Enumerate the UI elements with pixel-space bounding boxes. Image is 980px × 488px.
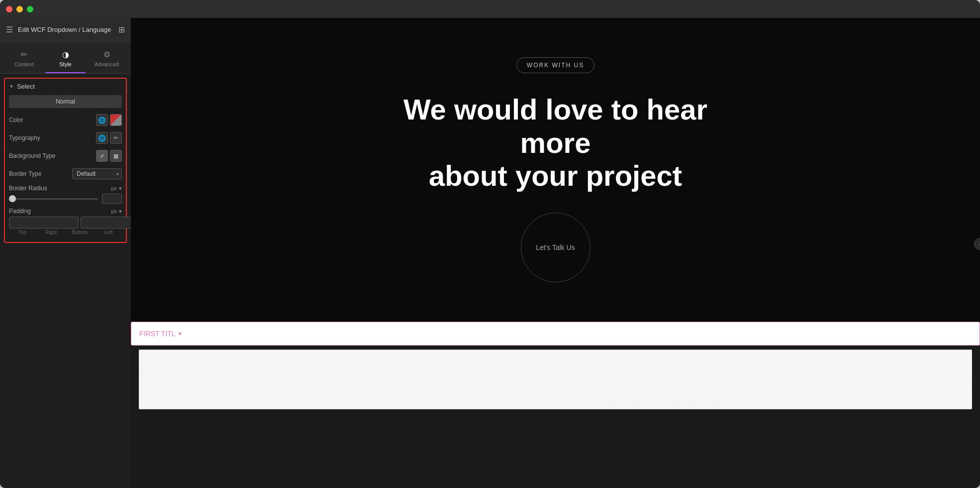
- hero-heading: We would love to hear more about your pr…: [382, 93, 730, 193]
- style-icon: ◑: [62, 50, 69, 59]
- first-title-section: FIRST TITL ▾: [131, 322, 980, 346]
- border-radius-label-row: Border Radius px ▾: [9, 185, 122, 192]
- first-title-chevron-icon: ▾: [179, 330, 182, 337]
- padding-unit-selector[interactable]: px ▾: [111, 208, 122, 215]
- padding-left-label: Left: [95, 230, 122, 235]
- advanced-icon: ⚙: [103, 50, 110, 59]
- bottom-dashed-section: [139, 350, 972, 409]
- minimize-button[interactable]: [16, 6, 23, 12]
- padding-top-label: Top: [9, 230, 36, 235]
- border-radius-slider[interactable]: [9, 198, 98, 200]
- talk-button[interactable]: Let's Talk Us: [521, 213, 590, 282]
- typography-row: Typography 🌐 ✏: [9, 131, 122, 145]
- padding-unit-chevron-icon: ▾: [119, 208, 122, 215]
- padding-inputs-group: [9, 217, 131, 229]
- section-arrow-icon: ▼: [9, 84, 14, 89]
- typography-label: Typography: [9, 134, 40, 141]
- padding-right-label: Right: [38, 230, 65, 235]
- section-title: Select: [17, 83, 35, 90]
- color-row: Color 🌐: [9, 113, 122, 127]
- border-radius-slider-row: [9, 194, 122, 204]
- tab-advanced-label: Advanced: [95, 61, 119, 67]
- tab-content-label: Content: [14, 61, 34, 67]
- border-type-select[interactable]: Default None Solid Dashed Dotted: [72, 168, 122, 179]
- padding-right-input[interactable]: [81, 217, 131, 229]
- background-type-row: Background Type ✓ ▦: [9, 149, 122, 163]
- sidebar-header: ☰ Edit WCF Dropdown / Language ⊞: [0, 18, 131, 42]
- typography-controls: 🌐 ✏: [96, 132, 122, 144]
- bg-classic-icon[interactable]: ✓: [96, 150, 108, 162]
- work-badge: WORK WITH US: [516, 57, 594, 73]
- tab-style[interactable]: ◑ Style: [45, 46, 86, 73]
- typography-edit-icon[interactable]: ✏: [110, 132, 122, 144]
- border-type-row: Border Type Default None Solid Dashed Do…: [9, 167, 122, 181]
- padding-inputs-wrapper: 🔗: [9, 217, 122, 229]
- border-radius-label: Border Radius: [9, 185, 47, 192]
- titlebar: [0, 0, 980, 18]
- close-button[interactable]: [6, 6, 12, 12]
- window-content: ☰ Edit WCF Dropdown / Language ⊞ ✏ Conte…: [0, 18, 980, 488]
- section-header: ▼ Select: [9, 83, 122, 90]
- background-type-label: Background Type: [9, 152, 55, 159]
- padding-label: Padding: [9, 208, 31, 215]
- tabs-bar: ✏ Content ◑ Style ⚙ Advanced: [0, 42, 131, 74]
- padding-unit: px: [111, 208, 117, 214]
- padding-row: Padding px ▾: [9, 208, 122, 235]
- color-global-icon[interactable]: 🌐: [96, 114, 108, 126]
- color-swatch[interactable]: [110, 114, 122, 126]
- border-type-label: Border Type: [9, 170, 41, 177]
- hero-section: WORK WITH US We would love to hear more …: [131, 18, 980, 322]
- tab-advanced[interactable]: ⚙ Advanced: [87, 46, 127, 73]
- padding-labels: Top Right Bottom Left: [9, 230, 122, 235]
- tab-content[interactable]: ✏ Content: [4, 46, 44, 73]
- hero-text: We would love to hear more about your pr…: [382, 93, 730, 193]
- first-title-text: FIRST TITL: [139, 330, 176, 338]
- padding-top-input[interactable]: [9, 217, 79, 229]
- border-radius-row: Border Radius px ▾: [9, 185, 122, 204]
- unit-chevron-icon: ▾: [119, 185, 122, 192]
- traffic-lights: [6, 6, 33, 12]
- padding-label-row: Padding px ▾: [9, 208, 122, 215]
- main-canvas: WORK WITH US We would love to hear more …: [131, 18, 980, 488]
- border-radius-unit-selector[interactable]: px ▾: [111, 185, 122, 192]
- border-radius-input[interactable]: [102, 194, 122, 204]
- sidebar-title: Edit WCF Dropdown / Language: [18, 26, 113, 33]
- border-radius-unit: px: [111, 185, 117, 191]
- padding-bottom-label: Bottom: [67, 230, 94, 235]
- canvas-inner: WORK WITH US We would love to hear more …: [131, 18, 980, 488]
- state-normal-button[interactable]: Normal: [9, 95, 122, 108]
- border-type-select-wrapper: Default None Solid Dashed Dotted: [72, 168, 122, 179]
- select-section: ▼ Select Normal Color 🌐: [4, 78, 127, 243]
- sidebar: ☰ Edit WCF Dropdown / Language ⊞ ✏ Conte…: [0, 18, 131, 488]
- panel-content: ▼ Select Normal Color 🌐: [0, 74, 131, 488]
- maximize-button[interactable]: [27, 6, 33, 12]
- bg-gradient-icon[interactable]: ▦: [110, 150, 122, 162]
- grid-icon[interactable]: ⊞: [118, 25, 125, 34]
- app-window: ☰ Edit WCF Dropdown / Language ⊞ ✏ Conte…: [0, 0, 980, 488]
- color-controls: 🌐: [96, 114, 122, 126]
- background-type-controls: ✓ ▦: [96, 150, 122, 162]
- typography-global-icon[interactable]: 🌐: [96, 132, 108, 144]
- color-label: Color: [9, 117, 23, 123]
- hamburger-icon[interactable]: ☰: [6, 25, 13, 34]
- tab-style-label: Style: [59, 61, 71, 67]
- pencil-icon: ✏: [21, 50, 27, 59]
